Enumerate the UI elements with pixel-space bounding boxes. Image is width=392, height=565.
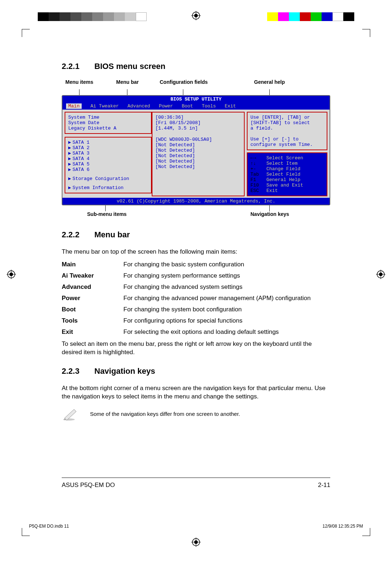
- bios-labels-bottom: Sub-menu items Navigation keys: [62, 211, 330, 221]
- bios-labels-top: Menu items Menu bar Configuration fields…: [62, 79, 330, 89]
- note-text: Some of the navigation keys differ from …: [90, 411, 240, 417]
- registration-mark-icon: [7, 270, 16, 279]
- bios-menu-advanced: Advanced: [127, 103, 150, 109]
- section-heading-221: 2.2.1BIOS menu screen: [62, 62, 330, 71]
- label-config-fields: Configuration fields: [160, 79, 208, 85]
- registration-mark-icon: [376, 270, 385, 279]
- imposition-right: 12/9/08 12:35:25 PM: [323, 524, 363, 529]
- footer-right: 2-11: [318, 482, 330, 489]
- menu-items-box: System Time System Date Legacy Diskette …: [65, 112, 152, 134]
- section-heading-222: 2.2.2Menu bar: [62, 230, 330, 239]
- submenu-items-box: ▶SATA 1 ▶SATA 2 ▶SATA 3 ▶SATA 4 ▶SATA 5 …: [65, 137, 152, 193]
- label-menu-bar: Menu bar: [116, 79, 139, 85]
- bios-menu-ai-tweaker: Ai Tweaker: [90, 103, 119, 109]
- label-navkeys: Navigation keys: [250, 211, 289, 217]
- bios-menu-power: Power: [159, 103, 173, 109]
- navigation-keys-box: ←→Select Screen ↑↓Select Item +-Change F…: [247, 152, 327, 196]
- page-footer: ASUS P5Q-EM DO 2-11: [62, 478, 330, 489]
- footer-left: ASUS P5Q-EM DO: [62, 482, 115, 489]
- registration-mark-icon: [191, 11, 201, 20]
- menu-bar-table: MainFor changing the basic system config…: [62, 260, 330, 336]
- bios-menu-bar: Main Ai Tweaker Advanced Power Boot Tool…: [62, 103, 330, 110]
- crop-mark-icon: [362, 528, 370, 536]
- registration-mark-icon: [191, 537, 201, 547]
- color-strip: [267, 12, 354, 21]
- label-menu-items: Menu items: [65, 79, 93, 85]
- general-help-box: Use [ENTER], [TAB] or [SHIFT-TAB] to sel…: [247, 112, 327, 150]
- bios-title: BIOS SETUP UTILITY: [62, 96, 330, 103]
- bios-footer: v02.61 (C)Copyright 1985-2008, American …: [62, 198, 330, 205]
- bios-menu-tools: Tools: [202, 103, 216, 109]
- section-222-intro: The menu bar on top of the screen has th…: [62, 247, 330, 256]
- bios-menu-exit: Exit: [225, 103, 236, 109]
- crop-mark-icon: [362, 29, 370, 37]
- bios-screenshot: BIOS SETUP UTILITY Main Ai Tweaker Advan…: [62, 95, 330, 205]
- bios-menu-main: Main: [66, 103, 82, 109]
- label-submenu: Sub-menu items: [87, 211, 127, 217]
- imposition-footer: P5Q-EM DO.indb 11 12/9/08 12:35:25 PM: [29, 524, 363, 529]
- pencil-icon: [62, 406, 79, 421]
- grayscale-strip: [38, 12, 147, 21]
- note-row: Some of the navigation keys differ from …: [62, 406, 330, 421]
- bios-menu-boot: Boot: [182, 103, 193, 109]
- crop-mark-icon: [22, 29, 30, 37]
- crop-mark-icon: [22, 528, 30, 536]
- section-heading-223: 2.2.3Navigation keys: [62, 367, 330, 376]
- label-general-help: General help: [254, 79, 285, 85]
- config-fields-box: [00:36:36] [Fri 08/15/2008] [1.44M, 3.5 …: [152, 112, 245, 196]
- section-223-text: At the bottom right corner of a menu scr…: [62, 384, 330, 401]
- section-222-outro: To select an item on the menu bar, press…: [62, 340, 330, 356]
- imposition-left: P5Q-EM DO.indb 11: [29, 524, 69, 529]
